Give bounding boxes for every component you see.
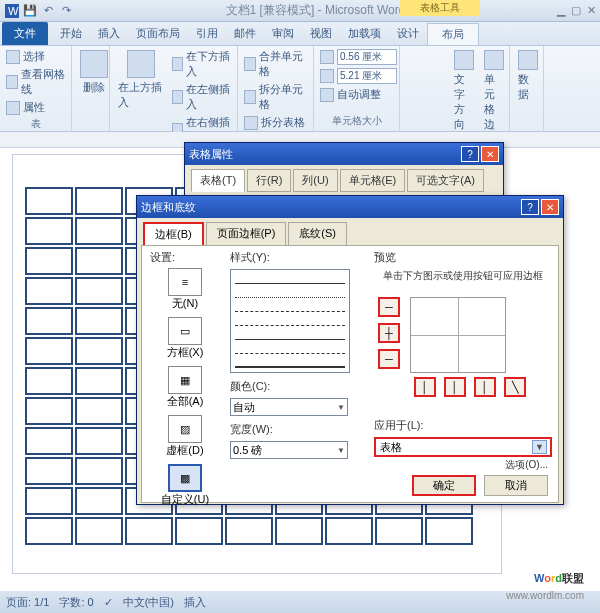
tab-home[interactable]: 开始	[52, 22, 90, 45]
insert-above-button[interactable]: 在上方插入	[114, 48, 168, 112]
merge-cells-button[interactable]: 合并单元格	[242, 48, 309, 80]
style-label: 样式(Y):	[230, 250, 360, 265]
preview-hint: 单击下方图示或使用按钮可应用边框	[374, 269, 552, 283]
setting-none[interactable]: ≡无(N)	[150, 268, 220, 311]
tab-layout[interactable]: 布局	[427, 23, 479, 45]
options-button[interactable]: 选项(O)...	[505, 458, 548, 472]
status-insert[interactable]: 插入	[184, 595, 206, 610]
watermark-url: www.wordlm.com	[506, 590, 584, 601]
svg-text:W: W	[8, 5, 19, 17]
cancel-button[interactable]: 取消	[484, 475, 548, 496]
row-height-input[interactable]: 0.56 厘米	[318, 48, 399, 66]
group-delete-label	[76, 127, 105, 129]
tab-column[interactable]: 列(U)	[293, 169, 337, 192]
text-direction-button[interactable]: 文字方向	[450, 48, 478, 134]
properties-button[interactable]: 属性	[4, 99, 67, 116]
delete-button[interactable]: 删除	[76, 48, 112, 97]
border-top-button[interactable]: ─	[378, 297, 400, 317]
tab-file[interactable]: 文件	[2, 22, 48, 45]
tab-design[interactable]: 设计	[389, 22, 427, 45]
preview-grid[interactable]	[410, 297, 506, 373]
setting-box[interactable]: ▭方框(X)	[150, 317, 220, 360]
titlebar: W 💾 ↶ ↷ 文档1 [兼容模式] - Microsoft Word ▁ ▢ …	[0, 0, 600, 22]
save-icon[interactable]: 💾	[22, 3, 38, 19]
status-proof-icon[interactable]: ✓	[104, 596, 113, 609]
ribbon-tabs: 文件 开始 插入 页面布局 引用 邮件 审阅 视图 加载项 设计 布局	[0, 22, 600, 46]
autofit-button[interactable]: 自动调整	[318, 86, 399, 103]
alignment-grid[interactable]	[404, 48, 448, 50]
tab-alt-text[interactable]: 可选文字(A)	[407, 169, 484, 192]
tab-shading[interactable]: 底纹(S)	[288, 222, 347, 245]
preview-label: 预览	[374, 250, 552, 265]
setting-grid[interactable]: ▨虚框(D)	[150, 415, 220, 458]
tab-page-layout[interactable]: 页面布局	[128, 22, 188, 45]
status-words[interactable]: 字数: 0	[59, 595, 93, 610]
restore-icon[interactable]: ▢	[571, 4, 581, 17]
col-width-input[interactable]: 5.21 厘米	[318, 67, 399, 85]
settings-label: 设置:	[150, 250, 175, 265]
borders-shading-dialog: 边框和底纹 ? ✕ 边框(B) 页面边框(P) 底纹(S) 设置: ≡无(N) …	[136, 195, 564, 505]
color-label: 颜色(C):	[230, 379, 360, 394]
ok-button[interactable]: 确定	[412, 475, 476, 496]
close-icon[interactable]: ✕	[481, 146, 499, 162]
close-icon[interactable]: ✕	[541, 199, 559, 215]
group-table-label: 表	[4, 116, 67, 132]
redo-icon[interactable]: ↷	[58, 3, 74, 19]
tab-page-border[interactable]: 页面边框(P)	[206, 222, 287, 245]
borders-shading-titlebar[interactable]: 边框和底纹 ? ✕	[137, 196, 563, 218]
border-hmid-button[interactable]: ┼	[378, 323, 400, 343]
close-icon[interactable]: ✕	[587, 4, 596, 17]
setting-all[interactable]: ▦全部(A)	[150, 366, 220, 409]
insert-below-button[interactable]: 在下方插入	[170, 48, 233, 80]
width-label: 宽度(W):	[230, 422, 360, 437]
apply-to-label: 应用于(L):	[374, 418, 552, 433]
color-combo[interactable]: 自动	[230, 398, 348, 416]
tab-mailings[interactable]: 邮件	[226, 22, 264, 45]
width-combo[interactable]: 0.5 磅	[230, 441, 348, 459]
status-page[interactable]: 页面: 1/1	[6, 595, 49, 610]
border-right-button[interactable]: │	[474, 377, 496, 397]
table-properties-titlebar[interactable]: 表格属性 ? ✕	[185, 143, 503, 165]
window-title: 文档1 [兼容模式] - Microsoft Word	[74, 2, 557, 19]
help-icon[interactable]: ?	[521, 199, 539, 215]
tab-insert[interactable]: 插入	[90, 22, 128, 45]
tab-references[interactable]: 引用	[188, 22, 226, 45]
tab-review[interactable]: 审阅	[264, 22, 302, 45]
status-language[interactable]: 中文(中国)	[123, 595, 174, 610]
border-bottom-button[interactable]: ─	[378, 349, 400, 369]
undo-icon[interactable]: ↶	[40, 3, 56, 19]
minimize-icon[interactable]: ▁	[557, 4, 565, 17]
style-listbox[interactable]	[230, 269, 350, 373]
tab-borders[interactable]: 边框(B)	[143, 222, 204, 245]
setting-custom[interactable]: ▩自定义(U)	[150, 464, 220, 507]
word-icon: W	[4, 3, 20, 19]
help-icon[interactable]: ?	[461, 146, 479, 162]
apply-to-combo[interactable]: 表格	[374, 437, 552, 457]
tab-addins[interactable]: 加载项	[340, 22, 389, 45]
border-left-button[interactable]: │	[414, 377, 436, 397]
tab-row[interactable]: 行(R)	[247, 169, 291, 192]
ribbon: 选择 查看网格线 属性 表 删除 在上方插入 在下方插入 在左侧插入 在右侧插入…	[0, 46, 600, 132]
context-tab-title: 表格工具	[400, 0, 480, 16]
border-diag-button[interactable]: ╲	[504, 377, 526, 397]
group-cellsize-label: 单元格大小	[318, 113, 395, 129]
tab-view[interactable]: 视图	[302, 22, 340, 45]
split-cells-button[interactable]: 拆分单元格	[242, 81, 309, 113]
tab-cell[interactable]: 单元格(E)	[340, 169, 406, 192]
select-button[interactable]: 选择	[4, 48, 67, 65]
data-button[interactable]: 数据	[514, 48, 542, 104]
gridlines-button[interactable]: 查看网格线	[4, 66, 67, 98]
tab-table[interactable]: 表格(T)	[191, 169, 245, 192]
insert-left-button[interactable]: 在左侧插入	[170, 81, 233, 113]
table-properties-dialog: 表格属性 ? ✕ 表格(T) 行(R) 列(U) 单元格(E) 可选文字(A)	[184, 142, 504, 202]
border-vmid-button[interactable]: │	[444, 377, 466, 397]
watermark-logo: Word联盟	[534, 564, 584, 587]
split-table-button[interactable]: 拆分表格	[242, 114, 309, 131]
